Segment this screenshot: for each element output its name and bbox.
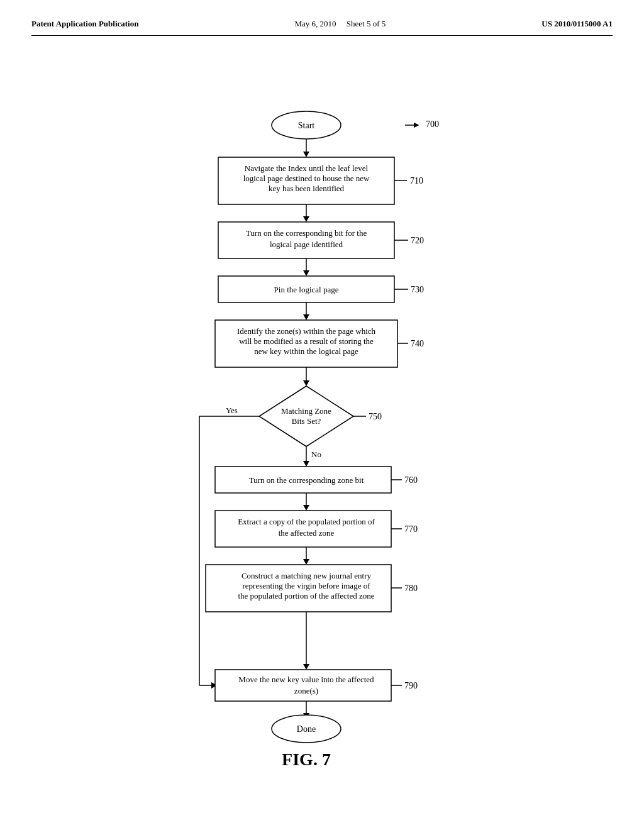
label-790: 790 [404, 681, 418, 690]
fig-label: FIG. 7 [282, 750, 331, 769]
n790-text-2: zone(s) [294, 686, 318, 695]
n760-text: Turn on the corresponding zone bit [249, 475, 364, 485]
publication-label: Patent Application Publication [31, 19, 138, 28]
patent-number: US 2010/0115000 A1 [541, 19, 613, 28]
n780-text-2: representing the virgin before image of [243, 581, 371, 590]
svg-marker-27 [303, 461, 309, 467]
n770-text-1: Extract a copy of the populated portion … [238, 517, 375, 526]
svg-marker-11 [303, 270, 309, 276]
svg-marker-7 [303, 216, 309, 222]
ref-700: 700 [426, 119, 439, 129]
n710-text-2: logical page destined to house the new [243, 174, 370, 183]
svg-marker-3 [303, 152, 309, 157]
n780-text-3: the populated portion of the affected zo… [238, 591, 374, 600]
no-label: No [311, 450, 321, 459]
date-label: May 6, 2010 [294, 19, 336, 28]
diagram-area: 700 Start Navigate the Index until the l… [31, 55, 613, 780]
n730-text: Pin the logical page [274, 285, 339, 294]
n720-text-2: logical page identified [270, 240, 343, 249]
done-label: Done [297, 724, 316, 734]
header-right: US 2010/0115000 A1 [541, 19, 613, 29]
label-770: 770 [404, 524, 418, 534]
label-720: 720 [411, 236, 424, 245]
label-750: 750 [369, 412, 382, 421]
header: Patent Application Publication May 6, 20… [31, 19, 613, 36]
label-730: 730 [411, 285, 424, 294]
header-left: Patent Application Publication [31, 19, 138, 29]
svg-marker-19 [303, 380, 309, 386]
n780-text-1: Construct a matching new journal entry [242, 571, 372, 580]
n750-text-2: Bits Set? [292, 416, 321, 426]
label-740: 740 [411, 339, 424, 348]
page: Patent Application Publication May 6, 20… [0, 0, 644, 830]
label-760: 760 [404, 475, 418, 485]
n720-text-1: Turn on the corresponding bit for the [246, 228, 367, 238]
start-label: Start [298, 121, 315, 130]
label-780: 780 [404, 584, 418, 593]
n740-text-3: new key within the logical page [254, 346, 358, 356]
header-center: May 6, 2010 Sheet 5 of 5 [294, 19, 386, 29]
n790-text-1: Move the new key value into the affected [238, 675, 374, 684]
svg-marker-39 [303, 664, 309, 670]
n710-text-1: Navigate the Index until the leaf level [245, 163, 369, 173]
n710-text-3: key has been identified [269, 184, 345, 193]
flowchart-svg: 700 Start Navigate the Index until the l… [118, 55, 526, 778]
label-710: 710 [410, 176, 423, 185]
n750-text-1: Matching Zone [281, 406, 331, 416]
svg-marker-35 [303, 559, 309, 565]
n740-text-2: will be modified as a result of storing … [239, 336, 374, 346]
sheet-label: Sheet 5 of 5 [347, 19, 386, 28]
yes-label: Yes [226, 406, 238, 415]
svg-marker-31 [303, 505, 309, 511]
n740-text-1: Identify the zone(s) within the page whi… [237, 326, 376, 336]
svg-marker-15 [303, 314, 309, 320]
n770-text-2: the affected zone [279, 528, 335, 538]
